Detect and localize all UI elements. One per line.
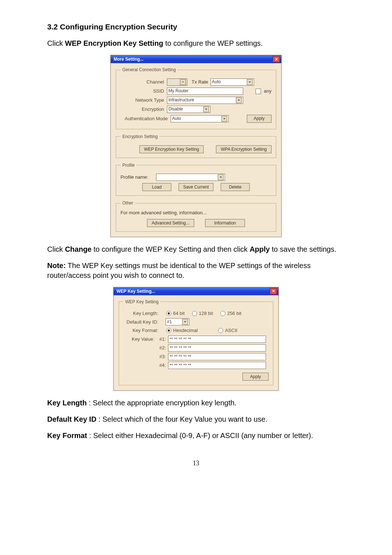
profile-legend: Profile — [121, 162, 136, 168]
any-checkbox[interactable] — [256, 89, 261, 94]
paragraph-3: Note: The WEP Key settings must be ident… — [47, 261, 345, 280]
key-length-64-radio[interactable] — [166, 311, 171, 316]
default-key-id-select[interactable]: #1 — [166, 318, 189, 325]
chevron-down-icon — [180, 79, 186, 85]
delete-button[interactable]: Delete — [221, 183, 250, 191]
gcs-legend: General Connection Setting — [121, 67, 177, 73]
titlebar[interactable]: WEP Key Setting... ✕ — [114, 287, 278, 295]
close-button[interactable]: ✕ — [273, 56, 280, 62]
key-format-label: Key Format: — [123, 327, 158, 334]
encryption-setting-group: Encryption Setting WEP Encryption Key Se… — [116, 134, 276, 158]
ssid-value: My Router — [168, 88, 188, 94]
wep-key-setting-dialog: WEP Key Setting... ✕ WEP Key Setting Key… — [113, 287, 279, 391]
chevron-down-icon — [218, 174, 224, 180]
auth-mode-select[interactable]: Auto — [171, 115, 229, 122]
close-button[interactable]: ✕ — [270, 288, 277, 295]
chevron-down-icon — [221, 116, 227, 122]
network-type-label: Network Type — [121, 97, 164, 104]
key-value-4-input[interactable]: ** ** ** ** ** — [168, 362, 266, 369]
encryption-value: Disable — [168, 106, 183, 112]
chevron-down-icon — [236, 97, 242, 103]
page-number: 13 — [47, 459, 345, 467]
other-group: Other For more advanced setting, informa… — [116, 200, 276, 232]
profile-name-label: Profile name: — [121, 174, 152, 181]
kf-a: Key Format — [47, 432, 87, 439]
load-button[interactable]: Load — [142, 183, 171, 191]
default-key-id-label: Default Key ID: — [123, 319, 158, 325]
channel-select[interactable] — [167, 78, 187, 86]
encryption-select[interactable]: Disable — [167, 106, 211, 113]
key-value-3-index: #3: — [156, 353, 166, 360]
key-length-128-label: 128 bit — [199, 310, 213, 317]
p3-text-b: The WEP Key settings must be identical t… — [47, 262, 311, 279]
paragraph-2: Click Change to configure the WEP Key Se… — [47, 244, 345, 254]
key-format-ascii-radio[interactable] — [218, 328, 223, 333]
key-value-1-index: #1: — [156, 336, 166, 343]
advanced-setting-button[interactable]: Advanced Setting... — [147, 219, 194, 227]
network-type-select[interactable]: Infrastructure — [167, 97, 243, 104]
key-format-hex-radio[interactable] — [166, 328, 171, 333]
dk-b: : Select which of the four Key Value you… — [98, 415, 267, 423]
key-length-256-label: 256 bit — [227, 310, 241, 317]
section-heading: 3.2 Configuring Encryption Security — [47, 22, 345, 32]
key-value-3: ** ** ** ** ** — [170, 354, 191, 360]
chevron-down-icon — [182, 319, 188, 325]
p1-text-a: Click — [47, 39, 65, 47]
key-value-1-input[interactable]: ** ** ** ** ** — [168, 336, 266, 343]
key-length-label: Key Length: — [123, 310, 158, 317]
tx-rate-label: Tx Rate — [192, 79, 208, 85]
p3-text-a: Note: — [47, 262, 66, 270]
paragraph-1: Click WEP Encryption Key Setting to conf… — [47, 39, 345, 48]
profile-name-select[interactable] — [156, 174, 225, 181]
any-checkbox-wrap[interactable]: any — [256, 88, 271, 94]
dialog-title: WEP Key Setting... — [117, 288, 155, 294]
kl-a: Key Length — [47, 399, 87, 407]
p1-text-c: to configure the WEP settings. — [165, 39, 263, 47]
ssid-label: SSID — [121, 88, 164, 94]
auth-mode-value: Auto — [172, 116, 181, 121]
tx-rate-select[interactable]: Auto — [211, 78, 254, 86]
encset-legend: Encryption Setting — [121, 134, 159, 139]
key-value-2: ** ** ** ** ** — [170, 345, 191, 351]
default-key-id-desc: Default Key ID : Select which of the fou… — [47, 414, 345, 424]
chevron-down-icon — [203, 106, 209, 112]
p1-text-b: WEP Encryption Key Setting — [65, 39, 163, 47]
titlebar[interactable]: More Setting... ✕ — [111, 55, 281, 63]
general-connection-setting-group: General Connection Setting Channel Tx Ra… — [116, 67, 276, 129]
other-text: For more advanced setting, information..… — [121, 210, 271, 216]
save-current-button[interactable]: Save Current — [179, 183, 213, 191]
encryption-label: Encryption — [121, 106, 164, 113]
kl-b: : Select the appropriate encryption key … — [89, 399, 236, 407]
ssid-input[interactable]: My Router — [167, 88, 243, 95]
dialog-title: More Setting... — [114, 56, 144, 62]
profile-group: Profile Profile name: Load Save Current … — [116, 162, 276, 196]
any-label: any — [264, 88, 271, 94]
dk-a: Default Key ID — [47, 415, 97, 423]
key-value-3-input[interactable]: ** ** ** ** ** — [168, 353, 266, 360]
channel-label: Channel — [121, 79, 164, 85]
more-setting-dialog: More Setting... ✕ General Connection Set… — [110, 55, 282, 237]
other-legend: Other — [121, 200, 135, 206]
key-value-label: Key Value: — [123, 336, 154, 343]
key-format-ascii-label: ASCII — [225, 327, 237, 334]
key-value-2-input[interactable]: ** ** ** ** ** — [168, 344, 266, 352]
key-value-4: ** ** ** ** ** — [170, 362, 191, 368]
chevron-down-icon — [247, 79, 253, 85]
apply-button[interactable]: Apply — [247, 115, 271, 123]
wep-encryption-key-setting-button[interactable]: WEP Encryption Key Setting — [139, 145, 204, 153]
kf-b: : Select either Hexadecimal (0-9, A-F) o… — [89, 432, 313, 439]
key-length-desc: Key Length : Select the appropriate encr… — [47, 398, 345, 408]
key-length-256-radio[interactable] — [220, 311, 225, 316]
information-button[interactable]: Information — [205, 219, 245, 227]
key-length-128-radio[interactable] — [192, 311, 197, 316]
key-format-desc: Key Format : Select either Hexadecimal (… — [47, 431, 345, 441]
p2-text-b: Change — [65, 245, 91, 253]
p2-text-a: Click — [47, 245, 65, 253]
key-value-2-index: #2: — [156, 345, 166, 351]
key-format-hex-label: Hexdecimal — [173, 327, 198, 334]
tx-rate-value: Auto — [212, 79, 221, 85]
apply-button[interactable]: Apply — [242, 373, 269, 381]
wpa-encryption-setting-button[interactable]: WPA Encryption Setting — [216, 145, 271, 153]
network-type-value: Infrastructure — [168, 97, 194, 103]
wep-key-setting-group: WEP Key Setting Key Length: 64 bit 128 b… — [119, 299, 273, 385]
